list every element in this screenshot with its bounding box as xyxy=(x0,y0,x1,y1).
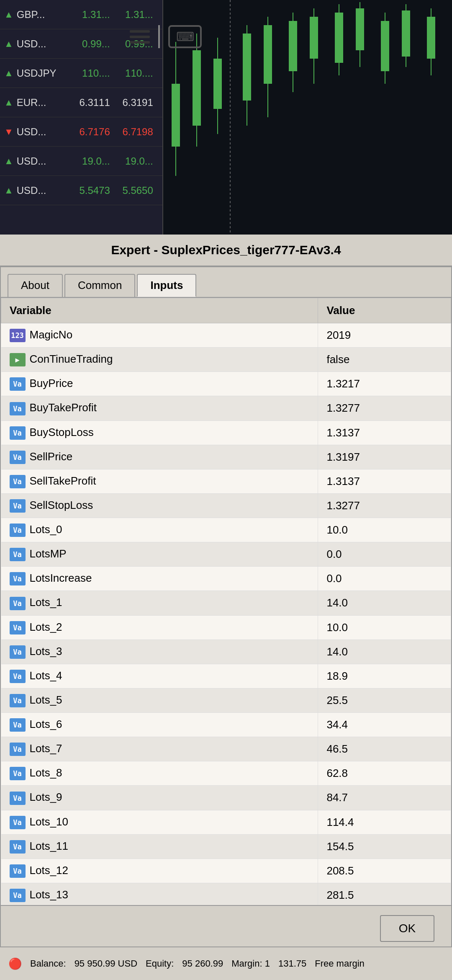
table-row[interactable]: VaBuyStopLoss1.3137 xyxy=(1,420,451,445)
table-row[interactable]: VaLots_746.5 xyxy=(1,737,451,761)
table-row[interactable]: VaLots_862.8 xyxy=(1,761,451,786)
table-row[interactable]: VaLots_10114.4 xyxy=(1,810,451,834)
market-price1: 6.3111 xyxy=(70,97,110,108)
table-row[interactable]: VaLots_634.4 xyxy=(1,713,451,737)
table-row[interactable]: VaBuyPrice1.3217 xyxy=(1,372,451,396)
variable-name: ConTinueTrading xyxy=(30,353,113,365)
variable-cell: VaLots_6 xyxy=(1,713,318,737)
inputs-table-container[interactable]: Variable Value 123MagicNo2019▶ConTinueTr… xyxy=(1,298,451,905)
ok-button[interactable]: OK xyxy=(380,915,434,942)
keyboard-icon[interactable]: ⌨ xyxy=(168,25,202,48)
svg-rect-11 xyxy=(264,25,272,84)
variable-icon: Va xyxy=(10,743,26,756)
table-row[interactable]: VaSellTakeProfit1.3137 xyxy=(1,469,451,493)
table-row[interactable]: VaLots_418.9 xyxy=(1,664,451,688)
value-cell[interactable]: 1.3137 xyxy=(318,420,451,445)
table-row[interactable]: VaLots_114.0 xyxy=(1,591,451,615)
value-cell[interactable]: 14.0 xyxy=(318,591,451,615)
variable-cell: VaLots_2 xyxy=(1,615,318,640)
market-price2: 5.5650 xyxy=(113,185,153,196)
svg-rect-25 xyxy=(427,17,435,59)
variable-icon: Va xyxy=(10,524,26,537)
value-cell[interactable]: 1.3217 xyxy=(318,372,451,396)
variable-name: Lots_13 xyxy=(30,888,69,901)
variable-cell: VaSellTakeProfit xyxy=(1,469,318,493)
market-row[interactable]: ▼USD...6.71766.7198 xyxy=(0,117,162,147)
variable-name: MagicNo xyxy=(30,328,73,341)
variable-cell: 123MagicNo xyxy=(1,323,318,348)
inputs-table: Variable Value 123MagicNo2019▶ConTinueTr… xyxy=(1,298,451,905)
market-row[interactable]: ▲EUR...6.31116.3191 xyxy=(0,88,162,117)
variable-icon: Va xyxy=(10,475,26,488)
value-cell[interactable]: 46.5 xyxy=(318,737,451,761)
table-row[interactable]: VaLots_314.0 xyxy=(1,640,451,664)
tab-about[interactable]: About xyxy=(8,274,63,297)
hamburger-icon[interactable] xyxy=(130,30,150,44)
market-name: USD... xyxy=(17,38,67,50)
svg-rect-19 xyxy=(356,8,364,50)
market-row[interactable]: ▲USDJPY110....110.... xyxy=(0,59,162,88)
value-cell[interactable]: 14.0 xyxy=(318,640,451,664)
value-cell[interactable]: 2019 xyxy=(318,323,451,348)
market-row[interactable]: ▲USD...5.54735.5650 xyxy=(0,176,162,205)
table-row[interactable]: VaLotsMP0.0 xyxy=(1,542,451,567)
value-cell[interactable]: 0.0 xyxy=(318,567,451,591)
market-price1: 0.99... xyxy=(70,38,110,50)
value-cell[interactable]: 10.0 xyxy=(318,518,451,542)
table-row[interactable]: VaLots_11154.5 xyxy=(1,834,451,859)
variable-cell: VaLots_11 xyxy=(1,834,318,859)
table-row[interactable]: VaLots_210.0 xyxy=(1,615,451,640)
title-bar: Expert - SuplexPrices_tiger777-EAv3.4 xyxy=(0,235,452,266)
table-row[interactable]: ▶ConTinueTradingfalse xyxy=(1,348,451,372)
variable-icon: Va xyxy=(10,816,26,829)
svg-rect-17 xyxy=(335,13,343,63)
top-icons: ⌨ xyxy=(130,25,202,48)
table-row[interactable]: 123MagicNo2019 xyxy=(1,323,451,348)
value-cell[interactable]: 1.3277 xyxy=(318,396,451,420)
market-name: USD... xyxy=(17,126,67,138)
variable-cell: VaLotsIncrease xyxy=(1,567,318,591)
value-cell[interactable]: 84.7 xyxy=(318,786,451,810)
value-cell[interactable]: 281.5 xyxy=(318,883,451,905)
status-icon: 🔴 xyxy=(8,957,22,970)
value-cell[interactable]: false xyxy=(318,348,451,372)
table-row[interactable]: VaLots_525.5 xyxy=(1,688,451,712)
variable-cell: VaSellPrice xyxy=(1,445,318,469)
variable-icon: Va xyxy=(10,694,26,707)
variable-icon: Va xyxy=(10,572,26,585)
table-row[interactable]: VaBuyTakeProfit1.3277 xyxy=(1,396,451,420)
top-panel: ▲GBP...1.31...1.31...▲USD...0.99...0.99.… xyxy=(0,0,452,235)
value-cell[interactable]: 1.3197 xyxy=(318,445,451,469)
arrow-down-icon: ▼ xyxy=(4,126,13,137)
value-cell[interactable]: 1.3137 xyxy=(318,469,451,493)
value-cell[interactable]: 34.4 xyxy=(318,713,451,737)
table-row[interactable]: VaLots_010.0 xyxy=(1,518,451,542)
table-row[interactable]: VaLotsIncrease0.0 xyxy=(1,567,451,591)
value-cell[interactable]: 154.5 xyxy=(318,834,451,859)
value-cell[interactable]: 1.3277 xyxy=(318,493,451,518)
variable-name: LotsMP xyxy=(30,547,67,560)
market-name: USD... xyxy=(17,155,67,167)
title-text: Expert - SuplexPrices_tiger777-EAv3.4 xyxy=(111,243,341,257)
variable-name: Lots_12 xyxy=(30,864,69,877)
value-cell[interactable]: 0.0 xyxy=(318,542,451,567)
tab-common[interactable]: Common xyxy=(64,274,135,297)
arrow-up-icon: ▲ xyxy=(4,9,13,20)
variable-cell: VaLots_3 xyxy=(1,640,318,664)
value-cell[interactable]: 10.0 xyxy=(318,615,451,640)
table-row[interactable]: VaLots_12208.5 xyxy=(1,859,451,883)
value-cell[interactable]: 25.5 xyxy=(318,688,451,712)
table-row[interactable]: VaSellPrice1.3197 xyxy=(1,445,451,469)
table-row[interactable]: VaLots_13281.5 xyxy=(1,883,451,905)
value-cell[interactable]: 62.8 xyxy=(318,761,451,786)
value-cell[interactable]: 18.9 xyxy=(318,664,451,688)
table-row[interactable]: VaSellStopLoss1.3277 xyxy=(1,493,451,518)
value-cell[interactable]: 114.4 xyxy=(318,810,451,834)
variable-icon: Va xyxy=(10,670,26,683)
variable-cell: VaLots_9 xyxy=(1,786,318,810)
table-row[interactable]: VaLots_984.7 xyxy=(1,786,451,810)
value-cell[interactable]: 208.5 xyxy=(318,859,451,883)
market-row[interactable]: ▲USD...19.0...19.0... xyxy=(0,147,162,176)
tab-inputs[interactable]: Inputs xyxy=(137,274,196,297)
variable-name: Lots_5 xyxy=(30,694,62,706)
